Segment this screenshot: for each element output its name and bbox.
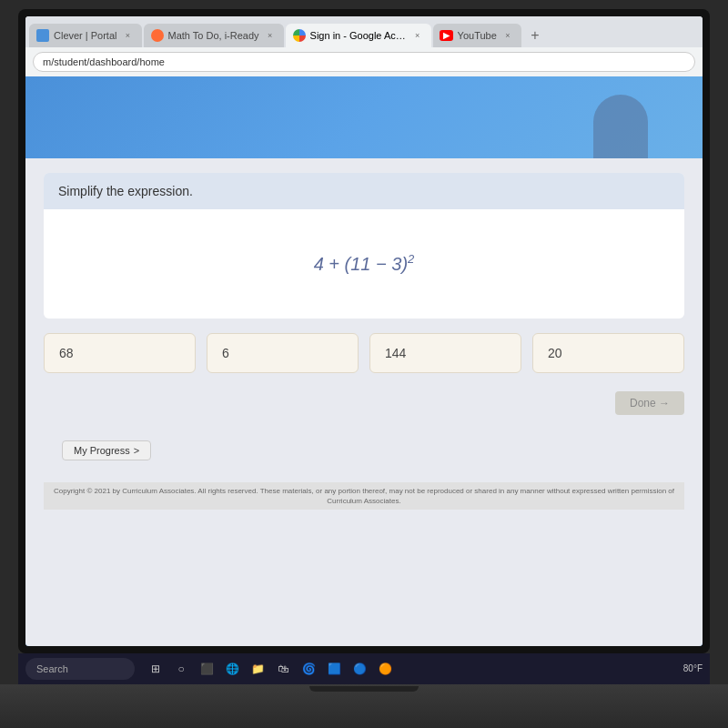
browser-window: Clever | Portal × Math To Do, i-Ready ×: [25, 16, 703, 646]
tab-youtube-close[interactable]: ×: [501, 29, 514, 42]
google-favicon: [293, 29, 306, 42]
taskbar-icon-taskview[interactable]: ⬛: [197, 659, 217, 679]
taskbar-temperature: 80°F: [683, 663, 703, 673]
main-area: Simplify the expression. 4 + (11 − 3)2 6…: [25, 158, 703, 646]
copyright-bar: Copyright © 2021 by Curriculum Associate…: [44, 482, 684, 510]
math-text: 4 + (11 − 3)2: [314, 254, 415, 274]
answer-choice-c[interactable]: 144: [369, 333, 521, 373]
taskbar-icon-search[interactable]: ○: [171, 659, 191, 679]
answer-value-b: 6: [222, 346, 229, 360]
tab-youtube-label: YouTube: [458, 30, 497, 41]
address-bar[interactable]: m/student/dashboard/home: [33, 52, 695, 72]
browser-chrome: Clever | Portal × Math To Do, i-Ready ×: [25, 16, 703, 76]
page-content: Simplify the expression. 4 + (11 − 3)2 6…: [25, 76, 703, 646]
taskbar-icon-windows[interactable]: ⊞: [146, 659, 166, 679]
youtube-favicon: ▶: [440, 29, 453, 42]
question-body: 4 + (11 − 3)2: [44, 209, 684, 318]
question-prompt: Simplify the expression.: [58, 184, 193, 198]
tab-google[interactable]: Sign in - Google Accounts ×: [286, 24, 431, 47]
answer-choice-a[interactable]: 68: [44, 333, 196, 373]
tab-clever-label: Clever | Portal: [54, 30, 117, 41]
taskbar-icon-app1[interactable]: 🟦: [324, 659, 344, 679]
address-text: m/student/dashboard/home: [43, 56, 165, 67]
tab-iready-close[interactable]: ×: [264, 29, 277, 42]
laptop-frame: Clever | Portal × Math To Do, i-Ready ×: [0, 0, 728, 728]
bottom-bar: My Progress >: [44, 433, 684, 468]
tab-youtube[interactable]: ▶ YouTube ×: [433, 24, 521, 47]
taskbar: Search ⊞ ○ ⬛ 🌐 📁 🛍 🌀 🟦 🔵 🟠 80°F: [18, 653, 710, 684]
done-area: Done →: [44, 388, 684, 419]
taskbar-right: 80°F: [683, 663, 703, 673]
tab-iready-label: Math To Do, i-Ready: [168, 30, 259, 41]
taskbar-icon-edge[interactable]: 🌐: [222, 659, 242, 679]
taskbar-icons: ⊞ ○ ⬛ 🌐 📁 🛍 🌀 🟦 🔵 🟠: [146, 659, 395, 679]
done-button[interactable]: Done →: [615, 391, 684, 415]
address-bar-row: m/student/dashboard/home: [25, 47, 703, 76]
hero-silhouette: [593, 95, 648, 158]
question-header: Simplify the expression.: [44, 173, 684, 209]
tab-iready[interactable]: Math To Do, i-Ready ×: [144, 24, 284, 47]
my-progress-label: My Progress: [74, 445, 130, 456]
taskbar-icon-folder[interactable]: 📁: [248, 659, 268, 679]
my-progress-button[interactable]: My Progress >: [62, 440, 151, 460]
laptop-base: [0, 684, 728, 728]
tab-google-close[interactable]: ×: [411, 29, 424, 42]
math-expression: 4 + (11 − 3)2: [314, 253, 415, 276]
taskbar-search[interactable]: Search: [25, 658, 135, 680]
my-progress-arrow: >: [134, 445, 139, 456]
new-tab-button[interactable]: +: [523, 24, 547, 47]
taskbar-icon-app3[interactable]: 🟠: [375, 659, 395, 679]
tab-bar: Clever | Portal × Math To Do, i-Ready ×: [25, 16, 703, 47]
question-card: Simplify the expression. 4 + (11 − 3)2: [44, 173, 684, 318]
taskbar-icon-chrome[interactable]: 🌀: [298, 659, 318, 679]
taskbar-icon-store[interactable]: 🛍: [273, 659, 293, 679]
answer-choice-d[interactable]: 20: [532, 333, 684, 373]
answer-value-a: 68: [59, 346, 74, 360]
taskbar-icon-app2[interactable]: 🔵: [349, 659, 369, 679]
taskbar-search-placeholder: Search: [36, 663, 68, 674]
answer-value-d: 20: [548, 346, 562, 360]
hero-section: [25, 76, 703, 158]
screen-bezel: Clever | Portal × Math To Do, i-Ready ×: [18, 9, 710, 653]
tab-google-label: Sign in - Google Accounts: [310, 30, 407, 41]
tab-clever-close[interactable]: ×: [122, 29, 135, 42]
iready-favicon: [151, 29, 164, 42]
answer-value-c: 144: [385, 346, 406, 360]
clever-favicon: [36, 29, 49, 42]
answer-choice-b[interactable]: 6: [207, 333, 359, 373]
answer-choices: 68 6 144 20: [44, 333, 684, 373]
math-superscript: 2: [408, 253, 414, 267]
copyright-text: Copyright © 2021 by Curriculum Associate…: [54, 487, 674, 505]
laptop-notch: [309, 686, 419, 692]
tab-clever[interactable]: Clever | Portal ×: [29, 24, 142, 47]
